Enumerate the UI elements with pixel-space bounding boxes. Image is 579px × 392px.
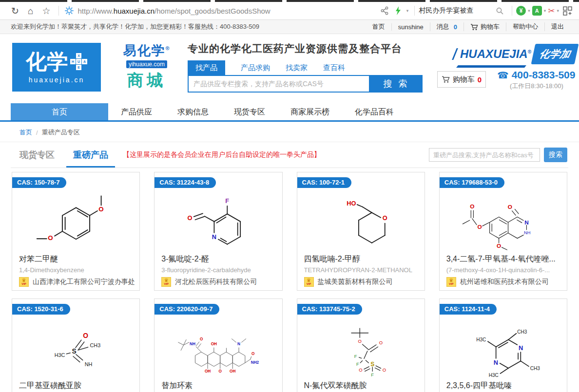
browser-search-input[interactable]: 村民办升学宴被查 <box>419 6 492 15</box>
main-search-input[interactable] <box>188 75 370 93</box>
svg-text:O: O <box>470 203 475 209</box>
svg-text:N: N <box>212 233 216 241</box>
yihuaxue-logo[interactable]: 易化学® yihuaxue.com 商城 <box>115 42 179 92</box>
product-name[interactable]: 二甲基亚磺酰亚胺 <box>19 381 133 391</box>
header-middle: 专业的化学化工医药产业资源供需及整合平台 找产品 产品求购 找卖家 查百科 搜 … <box>188 42 423 93</box>
tab-find-seller[interactable]: 找卖家 <box>286 60 308 75</box>
nav-item-home[interactable]: 首页 <box>11 103 108 120</box>
huaxuejia-brand-logo: HUAXUEJIA® 化学加 <box>454 44 577 64</box>
tab-product-wanted[interactable]: 产品求购 <box>241 60 270 75</box>
svg-text:O: O <box>251 352 255 356</box>
site-slogan: 专业的化学化工医药产业资源供需及整合平台 <box>188 42 423 56</box>
nav-item-wanted[interactable]: 求购信息 <box>165 103 221 120</box>
screenshot-scissors-icon[interactable]: ✂ <box>548 7 555 15</box>
topbar-cart-link[interactable]: 购物车 <box>463 22 506 31</box>
product-name[interactable]: 四氢吡喃-2-甲醇 <box>304 254 418 264</box>
svg-text:O: O <box>187 214 192 222</box>
nav-item-spot[interactable]: 现货专区 <box>221 103 278 120</box>
product-name[interactable]: 替加环素 <box>161 381 275 391</box>
browser-actions: ▾ 村民办升学宴被查 ¥ ▾ A ▾ ✂ ▾ <box>377 6 572 16</box>
section-bar: 现货专区 重磅产品 【这里展示的是各会员企业在用户后台自助设定的唯一拳头产品】 … <box>11 142 568 168</box>
structure-image: F O N <box>154 190 282 252</box>
nav-item-supply[interactable]: 产品供应 <box>108 103 165 120</box>
search-icon[interactable] <box>496 7 504 15</box>
tab-best-goods[interactable]: 重磅产品 <box>73 142 108 168</box>
svg-text:NH: NH <box>190 342 195 346</box>
structure-image: O N NH O O O <box>440 190 567 252</box>
svg-text:N: N <box>519 344 523 352</box>
product-card[interactable]: CAS: 150-78-7 O O <box>12 172 140 291</box>
product-card[interactable]: CAS: 100-72-1 HO O <box>297 172 425 291</box>
structure-image: HO O <box>297 190 425 252</box>
phone-number: 400-8383-509 <box>512 69 576 81</box>
home-icon[interactable]: ⌂ <box>28 6 33 16</box>
product-card[interactable]: CAS: 179688-53-0 <box>439 172 567 291</box>
phone-icon: ☎ <box>497 70 509 81</box>
logo-cn-text: 化学 <box>26 51 68 72</box>
product-card[interactable]: CAS: 1124-11-4 <box>439 299 567 392</box>
product-card[interactable]: CAS: 1520-31-6 O CH3 H3C NH S <box>12 299 140 392</box>
tab-find-product[interactable]: 找产品 <box>188 60 225 75</box>
nav-item-wiki[interactable]: 化学品百科 <box>342 103 406 120</box>
caret-icon[interactable]: ▾ <box>528 8 530 13</box>
company-name[interactable]: 盐城美茵新材料有限公司 <box>318 278 393 286</box>
bookmark-star-icon[interactable]: ☆ <box>42 6 50 16</box>
section-search-button[interactable]: 搜索 <box>544 148 567 162</box>
svg-text:CH3: CH3 <box>90 342 100 348</box>
company-name[interactable]: 河北松辰医药科技有限公司 <box>175 278 257 286</box>
product-card[interactable]: CAS: 31224-43-8 <box>154 172 282 291</box>
wallet-shield-icon[interactable]: ¥ <box>516 6 526 16</box>
caret-icon[interactable]: ▾ <box>544 8 546 13</box>
company-name[interactable]: 山西津津化工有限公司宁波办事处 <box>33 278 135 286</box>
svg-text:S: S <box>72 348 76 355</box>
company-row: ♛VIP 山西津津化工有限公司宁波办事处 <box>19 277 133 287</box>
cas-badge: CAS: 220620-09-7 <box>154 304 219 315</box>
address-bar[interactable]: http://www.huaxuejia.cn/home/spot_goods/… <box>65 6 377 15</box>
section-notice: 【这里展示的是各会员企业在用户后台自助设定的唯一拳头产品】 <box>123 150 321 159</box>
svg-text:CH3: CH3 <box>530 366 540 371</box>
url-text: http://www.huaxuejia.cn/home/spot_goods/… <box>77 7 270 15</box>
product-name[interactable]: 3-氟吡啶-2-醛 <box>161 254 275 264</box>
header-cart-button[interactable]: 购物车 0 <box>437 71 486 88</box>
product-name[interactable]: 3,4-二氢-7-甲氧基-4-氧代喹唑... <box>446 254 560 264</box>
topbar-messages-link[interactable]: 消息0 <box>430 22 463 31</box>
svg-text:NH: NH <box>84 361 92 367</box>
svg-text:NH: NH <box>524 230 530 235</box>
divider <box>58 6 59 16</box>
topbar-username-link[interactable]: sunshine <box>391 23 430 31</box>
svg-text:N: N <box>525 219 529 225</box>
apps-grid-icon[interactable] <box>563 6 572 16</box>
topbar-logout-link[interactable]: 退出 <box>544 22 570 31</box>
product-name[interactable]: N-氟代双苯磺酰胺 <box>304 381 418 391</box>
topbar-help-link[interactable]: 帮助中心 <box>506 22 544 31</box>
product-card[interactable]: CAS: 133745-75-2 <box>297 299 425 392</box>
section-search-input[interactable] <box>429 148 540 162</box>
product-name[interactable]: 2,3,5,6-四甲基吡嗪 <box>446 381 560 391</box>
cas-badge: CAS: 133745-75-2 <box>297 304 362 315</box>
product-card[interactable]: CAS: 220620-09-7 <box>154 299 282 392</box>
translate-icon[interactable]: A <box>532 6 542 16</box>
huaxuejia-logo[interactable]: 化学 X H U A E huaxuejia.cn <box>12 43 101 92</box>
svg-text:O: O <box>48 234 53 242</box>
breadcrumb: 首页 / 重磅产品专区 <box>0 123 579 142</box>
tab-encyclopedia[interactable]: 查百科 <box>323 60 345 75</box>
caret-icon[interactable]: ▾ <box>557 8 559 13</box>
product-grid: CAS: 150-78-7 O O <box>12 172 567 392</box>
refresh-icon[interactable]: ↻ <box>11 6 19 16</box>
company-name[interactable]: 杭州诺维和医药技术有限公司 <box>460 278 549 286</box>
lightning-icon[interactable] <box>395 6 402 15</box>
svg-text:O: O <box>98 205 103 213</box>
tab-spot-goods[interactable]: 现货专区 <box>19 142 55 168</box>
nav-item-merchants[interactable]: 商家展示榜 <box>278 103 342 120</box>
chevron-down-icon[interactable]: ▾ <box>406 8 409 13</box>
breadcrumb-home[interactable]: 首页 <box>19 128 32 137</box>
topbar-home-link[interactable]: 首页 <box>366 22 391 31</box>
main-search-button[interactable]: 搜 索 <box>370 75 423 93</box>
product-name[interactable]: 对苯二甲醚 <box>19 254 133 264</box>
topbar-links: 首页 sunshine 消息0 购物车 帮助中心 退出 <box>366 22 570 31</box>
svg-text:OH: OH <box>205 369 211 373</box>
share-icon[interactable] <box>380 6 389 15</box>
svg-text:F: F <box>371 372 374 377</box>
product-name-en: (7-methoxy-4-oxo-1H-quinazolin-6-... <box>446 266 560 274</box>
cart-count-badge: 0 <box>478 75 482 84</box>
